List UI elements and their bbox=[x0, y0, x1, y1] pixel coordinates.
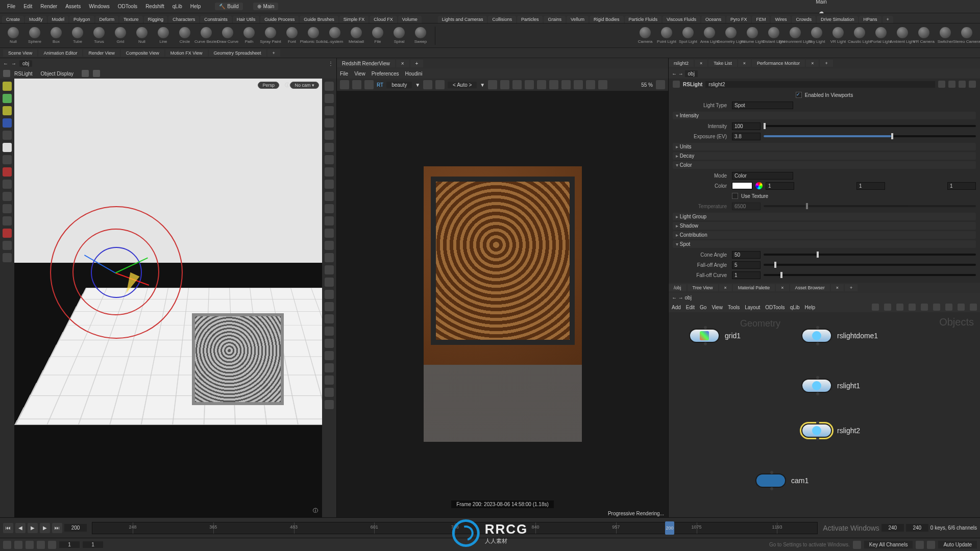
rv-menu-file[interactable]: File bbox=[340, 71, 348, 77]
param-path[interactable]: obj bbox=[685, 70, 698, 77]
network-context[interactable]: ⊕ Main bbox=[253, 3, 279, 10]
rv-tool-icon[interactable] bbox=[561, 80, 571, 89]
node-name-field[interactable]: rslight2 bbox=[705, 81, 935, 88]
statusbar-icon[interactable] bbox=[14, 541, 22, 549]
net-menu-add[interactable]: Add bbox=[672, 305, 681, 310]
viewport-gear-icon[interactable] bbox=[82, 70, 89, 77]
color-g-field[interactable]: 1 bbox=[856, 182, 885, 190]
path-crumb[interactable]: obj bbox=[19, 60, 32, 67]
intensity-slider[interactable] bbox=[764, 125, 976, 127]
light-manipulator[interactable] bbox=[50, 206, 183, 339]
tool-icon[interactable] bbox=[3, 131, 12, 140]
decay-group[interactable]: Decay bbox=[673, 152, 976, 160]
shelf-tool[interactable]: Line bbox=[153, 27, 174, 44]
desktop-selector[interactable]: 🔨 Build bbox=[215, 3, 242, 10]
shelf-tool[interactable]: Tube bbox=[67, 27, 88, 44]
help-icon[interactable] bbox=[948, 81, 955, 88]
play-fwd-button[interactable]: ▶ bbox=[40, 523, 50, 533]
net-path[interactable]: obj bbox=[685, 295, 692, 300]
param-tab[interactable]: Performance Monitor bbox=[752, 60, 805, 67]
intensity-field[interactable]: 100 bbox=[732, 122, 761, 130]
display-opt-icon[interactable] bbox=[325, 155, 334, 164]
shelf-tab[interactable]: Guide Process bbox=[260, 16, 299, 23]
tab-close[interactable]: × bbox=[831, 284, 844, 291]
enabled-viewports-checkbox[interactable] bbox=[796, 92, 802, 98]
menu-render[interactable]: Render bbox=[36, 4, 61, 9]
rv-rt-button[interactable]: RT bbox=[377, 82, 383, 88]
shelf-tab[interactable]: Modify bbox=[25, 16, 47, 23]
node-grid1[interactable]: grid1 bbox=[689, 329, 741, 343]
exposure-slider[interactable] bbox=[764, 135, 976, 137]
statusbar-icon[interactable] bbox=[48, 541, 56, 549]
shelf-tab[interactable]: Particles bbox=[517, 16, 543, 23]
pointer-tool-icon[interactable] bbox=[3, 143, 12, 152]
shelf-tab[interactable]: Constraints bbox=[200, 16, 232, 23]
net-tab[interactable]: /obj bbox=[669, 284, 687, 291]
display-opt-icon[interactable] bbox=[325, 400, 334, 409]
statusbar-icon[interactable] bbox=[927, 541, 935, 549]
rv-menu-prefs[interactable]: Preferences bbox=[372, 71, 399, 77]
viewport-opt-icon[interactable] bbox=[93, 70, 100, 77]
statusbar-icon[interactable] bbox=[3, 541, 11, 549]
rv-auto-select[interactable]: < Auto > bbox=[448, 82, 477, 88]
color-r-field[interactable]: 1 bbox=[766, 182, 794, 190]
menu-redshift[interactable]: Redshift bbox=[141, 4, 168, 9]
shelf-tool[interactable]: Sweep bbox=[410, 27, 431, 44]
color-wheel-icon[interactable] bbox=[755, 182, 763, 189]
shelf-tool[interactable]: Draw Curve bbox=[217, 27, 238, 44]
display-opt-icon[interactable] bbox=[325, 82, 334, 91]
display-opt-icon[interactable] bbox=[325, 131, 334, 140]
rv-tool-icon[interactable] bbox=[423, 80, 432, 89]
viewport-info-bottom-icon[interactable]: ⓘ bbox=[313, 507, 318, 514]
display-opt-icon[interactable] bbox=[325, 167, 334, 177]
shelf-tool[interactable]: Sphere bbox=[24, 27, 45, 44]
tab-close[interactable]: × bbox=[719, 284, 732, 291]
display-opt-icon[interactable] bbox=[325, 327, 334, 336]
display-opt-icon[interactable] bbox=[325, 216, 334, 226]
node-cam1[interactable]: cam1 bbox=[755, 473, 808, 488]
color-mode-select[interactable]: Color bbox=[732, 172, 793, 180]
statusbar-num1[interactable]: 1 bbox=[59, 541, 80, 548]
snap-tool-icon[interactable] bbox=[3, 229, 12, 238]
shelf-tool[interactable]: Spot Light bbox=[678, 27, 698, 44]
menu-help[interactable]: Help bbox=[186, 4, 205, 9]
net-menu-view[interactable]: View bbox=[712, 305, 723, 310]
shelf-tab[interactable]: Characters bbox=[168, 16, 199, 23]
rv-tab-close[interactable]: × bbox=[396, 60, 409, 67]
shelf-tool[interactable]: L-system bbox=[325, 27, 345, 44]
shelf-tool[interactable]: Ambient Light bbox=[892, 27, 913, 44]
menu-assets[interactable]: Assets bbox=[61, 4, 85, 9]
rv-ipr-icon[interactable] bbox=[352, 80, 361, 89]
contribution-group[interactable]: Contribution bbox=[673, 231, 976, 239]
node-rslight1[interactable]: rslight1 bbox=[801, 379, 860, 393]
rv-aov-select[interactable]: beauty bbox=[386, 82, 412, 88]
shelf-tab-add[interactable]: + bbox=[883, 16, 893, 23]
shelf-tool[interactable]: Camera bbox=[635, 27, 655, 44]
rv-tool-icon[interactable] bbox=[586, 80, 595, 89]
menu-qlib[interactable]: qLib bbox=[168, 4, 186, 9]
shelf-tool[interactable]: Spiral bbox=[389, 27, 409, 44]
shelf-tool[interactable]: Caustic Light bbox=[849, 27, 870, 44]
net-menu-help[interactable]: Help bbox=[805, 305, 816, 310]
tool-icon[interactable] bbox=[3, 192, 12, 201]
tool-icon[interactable] bbox=[3, 204, 12, 213]
display-opt-icon[interactable] bbox=[325, 94, 334, 103]
exposure-field[interactable]: 3.8 bbox=[732, 133, 761, 140]
menu-windows[interactable]: Windows bbox=[85, 4, 114, 9]
pane-tab[interactable]: Motion FX View bbox=[165, 49, 208, 57]
net-menu-go[interactable]: Go bbox=[700, 305, 706, 310]
net-menu-tools[interactable]: Tools bbox=[728, 305, 740, 310]
net-tool-icon[interactable] bbox=[896, 304, 903, 311]
display-opt-icon[interactable] bbox=[325, 302, 334, 311]
shelf-tool[interactable]: Torus bbox=[89, 27, 109, 44]
tab-close[interactable]: × bbox=[776, 284, 789, 291]
net-tab[interactable]: Asset Browser bbox=[790, 284, 830, 291]
rv-tab-add[interactable]: + bbox=[410, 60, 424, 67]
persp-dropdown[interactable]: Persp bbox=[258, 82, 279, 89]
cam-dropdown[interactable]: No cam ▾ bbox=[290, 82, 319, 89]
display-opt-icon[interactable] bbox=[325, 143, 334, 152]
statusbar-icon[interactable] bbox=[916, 541, 924, 549]
rv-tool-icon[interactable] bbox=[549, 80, 558, 89]
shelf-tool[interactable]: VR Camera bbox=[914, 27, 934, 44]
shelf-tab[interactable]: Polygon bbox=[69, 16, 94, 23]
